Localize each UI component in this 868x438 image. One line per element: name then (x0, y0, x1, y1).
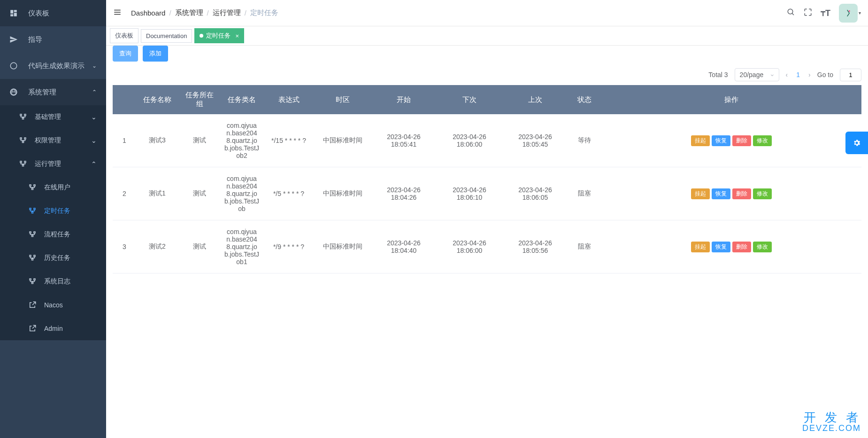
edit-button[interactable]: 修改 (753, 188, 772, 199)
table-cell: 中国标准时间 (315, 114, 371, 167)
table-cell: 3 (113, 220, 136, 274)
avatar[interactable] (839, 4, 858, 23)
table-row: 3测试2测试com.qiyuan.base2048.quartz.job.job… (113, 220, 861, 274)
table-cell: */15 * * * * ? (263, 114, 315, 167)
resume-button[interactable]: 恢复 (712, 135, 730, 146)
tab-label: 仪表板 (115, 31, 133, 40)
table-cell: 测试 (178, 167, 221, 220)
menu-label: 代码生成效果演示 (28, 62, 84, 70)
toolbar: 查询 添加 (106, 46, 868, 64)
total-label: Total 3 (708, 71, 728, 78)
table-cell: 中国标准时间 (315, 167, 371, 220)
sidebar: 仪表板 指导 代码生成效果演示 ⌄ 系统管理 ⌃ 基础管理 ⌄ 权限管理 ⌄ (0, 0, 106, 438)
caret-down-icon[interactable]: ▾ (859, 10, 861, 16)
breadcrumb: Dashboard / 系统管理 / 运行管理 / 定时任务 (131, 8, 278, 17)
fullscreen-icon[interactable] (804, 8, 812, 18)
suspend-button[interactable]: 挂起 (691, 188, 710, 199)
submenu-permission[interactable]: 权限管理 ⌄ (0, 129, 106, 152)
subsubmenu-item[interactable]: 在线用户 (0, 176, 106, 199)
tree-icon (28, 230, 38, 239)
search-icon[interactable] (787, 8, 795, 18)
subsubmenu-label: Nacos (44, 301, 63, 309)
link-icon (28, 301, 38, 309)
column-header: 下次 (437, 85, 502, 114)
query-button[interactable]: 查询 (113, 46, 138, 62)
tabs-bar: 仪表板Documentation定时任务× (106, 26, 868, 46)
column-header: 任务所在组 (178, 85, 221, 114)
subsubmenu-item[interactable]: 流程任务 (0, 223, 106, 246)
subsubmenu-item[interactable]: 系统日志 (0, 270, 106, 293)
delete-button[interactable]: 删除 (732, 188, 751, 199)
next-page-icon[interactable]: › (808, 71, 811, 78)
menu-guide[interactable]: 指导 (0, 26, 106, 53)
crumb-run[interactable]: 运行管理 (213, 8, 241, 17)
code-icon (9, 62, 21, 70)
settings-fab[interactable] (845, 132, 868, 154)
tab-label: 定时任务 (206, 31, 230, 40)
column-header: 状态 (568, 85, 601, 114)
add-button[interactable]: 添加 (143, 46, 168, 62)
subsubmenu-item[interactable]: 历史任务 (0, 246, 106, 270)
link-icon (28, 324, 38, 333)
prev-page-icon[interactable]: ‹ (786, 71, 788, 78)
tree-icon (28, 207, 38, 215)
table-cell: 2 (113, 167, 136, 220)
column-header: 上次 (502, 85, 568, 114)
chevron-down-icon: ⌄ (91, 137, 97, 144)
table-cell: 阻塞 (568, 220, 601, 274)
system-icon (9, 88, 21, 96)
column-header: 表达式 (263, 85, 315, 114)
chevron-up-icon: ⌃ (91, 160, 97, 168)
hamburger-icon[interactable] (113, 8, 122, 18)
submenu-base[interactable]: 基础管理 ⌄ (0, 105, 106, 129)
table-cell: 测试2 (136, 220, 178, 274)
menu-label: 指导 (28, 35, 42, 44)
tree-icon (19, 136, 28, 145)
delete-button[interactable]: 删除 (732, 135, 751, 146)
crumb-dashboard[interactable]: Dashboard (131, 9, 165, 17)
edit-button[interactable]: 修改 (753, 242, 772, 252)
menu-codegen[interactable]: 代码生成效果演示 ⌄ (0, 53, 106, 79)
tab[interactable]: Documentation (141, 29, 192, 43)
suspend-button[interactable]: 挂起 (691, 242, 710, 252)
menu-system[interactable]: 系统管理 ⌃ (0, 79, 106, 105)
resume-button[interactable]: 恢复 (712, 242, 730, 252)
task-table: 任务名称任务所在组任务类名表达式时区开始下次上次状态操作 1测试3测试com.q… (113, 85, 861, 274)
subsubmenu-label: Admin (44, 325, 63, 332)
tree-icon (28, 277, 38, 286)
subsubmenu-item[interactable]: 定时任务 (0, 199, 106, 223)
tab[interactable]: 定时任务× (194, 28, 244, 43)
close-icon[interactable]: × (235, 32, 239, 39)
font-size-icon[interactable]: ᴛT (821, 8, 830, 18)
delete-button[interactable]: 删除 (732, 242, 751, 252)
goto-input[interactable] (840, 69, 861, 81)
suspend-button[interactable]: 挂起 (691, 135, 710, 146)
resume-button[interactable]: 恢复 (712, 188, 730, 199)
table-cell: */5 * * * * ? (263, 167, 315, 220)
edit-button[interactable]: 修改 (753, 135, 772, 146)
crumb-system[interactable]: 系统管理 (175, 8, 203, 17)
header: Dashboard / 系统管理 / 运行管理 / 定时任务 ᴛT ▾ (106, 0, 868, 26)
submenu-run[interactable]: 运行管理 ⌃ (0, 152, 106, 176)
chevron-up-icon: ⌃ (92, 89, 97, 95)
tab[interactable]: 仪表板 (110, 28, 138, 43)
table-cell: 1 (113, 114, 136, 167)
submenu-label: 权限管理 (35, 136, 61, 145)
tree-icon (28, 183, 38, 192)
table-row: 2测试1测试com.qiyuan.base2048.quartz.job.job… (113, 167, 861, 220)
actions-cell: 挂起恢复删除修改 (601, 167, 861, 220)
table-cell: 2023-04-26 18:05:56 (502, 220, 568, 274)
table-cell: 测试1 (136, 167, 178, 220)
page-size-select[interactable]: 20/page (735, 68, 779, 81)
dashboard-icon (9, 9, 21, 17)
table-cell: 2023-04-26 18:04:26 (371, 167, 437, 220)
table-cell: */9 * * * * ? (263, 220, 315, 274)
tree-icon (19, 160, 28, 168)
table-cell: 中国标准时间 (315, 220, 371, 274)
guide-icon (9, 35, 21, 44)
page-number[interactable]: 1 (796, 71, 800, 78)
menu-dashboard[interactable]: 仪表板 (0, 0, 106, 26)
subsubmenu-label: 定时任务 (44, 207, 70, 215)
subsubmenu-item[interactable]: Nacos (0, 293, 106, 317)
subsubmenu-item[interactable]: Admin (0, 317, 106, 340)
